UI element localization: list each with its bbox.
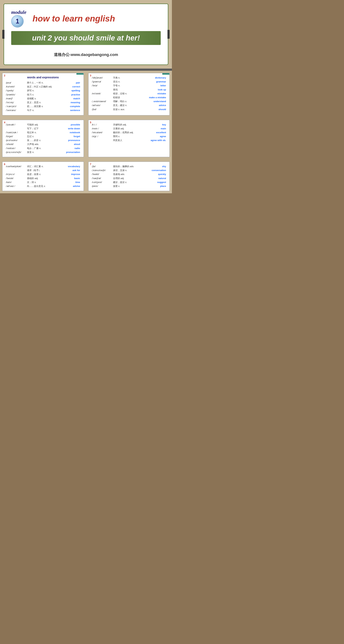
english: understand <box>143 100 167 104</box>
chinese: 赞同 v. <box>112 134 143 138</box>
phonetic: /ʃod/ <box>91 108 112 112</box>
table-row: /'sentəns/ 句子 n. sentence <box>5 108 81 112</box>
phonetic: /taim/ <box>5 180 26 184</box>
slide1-inner: module 1 how to learn english unit 2 you… <box>4 4 168 65</box>
table-row: /əd'vais/ 意见；建议 n. advice <box>91 104 167 107</box>
english: main <box>143 127 167 130</box>
slide7-num: 7 <box>90 163 91 166</box>
slide3-num: 3 <box>90 74 91 77</box>
chinese: 次；回 v. <box>26 180 57 184</box>
phonetic: /əd'vais/ <box>91 104 112 107</box>
slide4-cell: 4 /'pɒsəbl / 可能的 adj. possible 写下；记下 wri… <box>0 118 86 160</box>
chinese: 合理的 adj. <box>112 176 143 180</box>
phonetic: /ʃai/ <box>91 164 112 168</box>
slide6-inner: 6 /vəʊ'kæbjʊləri/ 词汇；词汇量 n. vocabulary 请… <box>2 162 84 191</box>
chinese: 语法 n. <box>112 80 143 84</box>
table-row: 请求（给予） ask for <box>5 168 81 172</box>
english: possible <box>57 123 81 127</box>
phonetic: /,ʌndə'stænd/ <box>91 100 112 104</box>
slide3-inner: 3 /'dikʃənəri/ 字典 n. dictionary /'græmə/… <box>88 73 170 116</box>
english: place <box>143 184 167 188</box>
table-row: /'pɒsəbl / 可能的 adj. possible <box>5 123 81 127</box>
english: grammar <box>143 80 167 84</box>
english: meaning <box>57 100 81 104</box>
english: natural <box>143 176 167 180</box>
phonetic: /'kwikli/ <box>91 172 112 176</box>
english: shy <box>143 164 167 168</box>
slide7-cell: 7 /ʃai/ 羞怯的；腼腆的 adv. shy /,kɒnvə'seiʃn/ … <box>86 159 172 193</box>
chinese: 基础的 adj. <box>26 176 57 180</box>
phonetic: /vəʊ'kæbjʊləri/ <box>5 164 26 168</box>
module-number: 1 <box>11 15 24 28</box>
table-row: /'speliŋ/ 拼写 n. spelling <box>5 89 81 92</box>
phonetic: /'beisik/ <box>5 176 26 180</box>
chinese: 向……提出意见 v. <box>26 184 57 188</box>
chinese: 理解；明白 v. <box>112 100 143 104</box>
english: aloud <box>57 142 81 146</box>
english: suggest <box>143 180 167 184</box>
english: match <box>57 97 81 100</box>
english: practise <box>57 93 81 97</box>
slide7-vocab-table: /ʃai/ 羞怯的；腼腆的 adv. shy /,kɒnvə'seiʃn/ 谈话… <box>91 164 167 188</box>
chinese: 极好的；优秀的 adj. <box>112 130 143 134</box>
chinese: 字母 n. <box>112 84 143 88</box>
english: letter <box>143 84 167 88</box>
english: sentence <box>57 108 81 112</box>
table-row: /'nætʃrəl/ 合理的 adj. natural <box>91 176 167 180</box>
chinese: 意义；意思 n. <box>26 100 57 104</box>
table-row: /,ʌndə'stænd/ 理解；明白 v. understand <box>91 100 167 104</box>
slide5-vocab-table: /k i: / 关键性的 adj. key /mein / 主要的 adj. m… <box>91 123 167 142</box>
chinese: 句子 n. <box>26 108 57 112</box>
phonetic: /ə'laʊd/ <box>5 142 26 146</box>
teal-bar-3 <box>162 73 169 74</box>
phonetic: /'sentəns/ <box>5 108 26 112</box>
table-row: /,kɒnvə'seiʃn/ 谈话，交谈 n. conversation <box>91 168 167 172</box>
english: ask for <box>57 168 81 172</box>
english: pronuciation <box>57 150 81 154</box>
english: conversation <box>143 168 167 172</box>
table-row: /'græmə/ 语法 n. grammar <box>91 80 167 84</box>
chinese: 查找 <box>112 88 143 92</box>
english: quickly <box>143 172 167 176</box>
english: advice <box>143 104 167 107</box>
english: radio <box>57 146 81 150</box>
phonetic <box>91 138 112 142</box>
english: should <box>143 108 167 112</box>
chinese: 意见；建议 n. <box>112 104 143 107</box>
phonetic: /m'pru:v/ <box>5 172 26 176</box>
table-row: /'mi:niŋ/ 意义；意思 n. meaning <box>5 100 81 104</box>
phonetic: /'græmə/ <box>91 80 112 84</box>
table-row: /mein / 主要的 adj. main <box>91 127 167 130</box>
table-row: /'kwikli/ 迅速地 adv. quickly <box>91 172 167 176</box>
table-row: /k i: / 关键性的 adj. key <box>91 123 167 127</box>
chinese: 忘记 v. <box>26 134 57 138</box>
slide6-num: 6 <box>4 163 5 166</box>
chinese: 错误，过错 n. <box>112 92 143 96</box>
chinese: 可能的 adj. <box>26 123 57 127</box>
phonetic: /prə'naʊns/ <box>5 138 26 142</box>
table-row: /pleIs/ 放置 v. place <box>91 184 167 188</box>
chinese: 同意某人 <box>112 138 143 142</box>
chinese: 大声地 adv. <box>26 142 57 146</box>
module-header: module 1 how to learn english <box>11 10 161 28</box>
chinese: 发音 n. <box>26 150 57 154</box>
chinese: 练习 v. <box>26 93 57 97</box>
phonetic: /mætʃ/ <box>5 97 26 100</box>
english: complete <box>57 104 81 108</box>
english: time <box>57 180 81 184</box>
table-row: /fə'get/ 忘记 v. forget <box>5 134 81 138</box>
chinese: 主要的 adj. <box>112 127 143 130</box>
english: pronounce <box>57 138 81 142</box>
table-row: /mi'steik/ 错误，过错 n. mistake <box>91 92 167 96</box>
english: forget <box>57 134 81 138</box>
english: excellent <box>143 130 167 134</box>
table-row: /taim/ 次；回 v. time <box>5 180 81 184</box>
table-row: /ʃai/ 羞怯的；腼腆的 adv. shy <box>91 164 167 168</box>
table-row: /prə'naʊns/ 发……的音 v. pronounce <box>5 138 81 142</box>
chinese: 谈话，交谈 n. <box>112 168 143 172</box>
phonetic: /'mi:niŋ/ <box>5 100 26 104</box>
english: look up <box>143 88 167 92</box>
slide2-inner: 2 words and expressions /peə/ 两个人，一对 n. … <box>2 73 84 116</box>
english: spelling <box>57 89 81 92</box>
table-row: / kəm'pli:t/ 把……填完整 v. complete <box>5 104 81 108</box>
